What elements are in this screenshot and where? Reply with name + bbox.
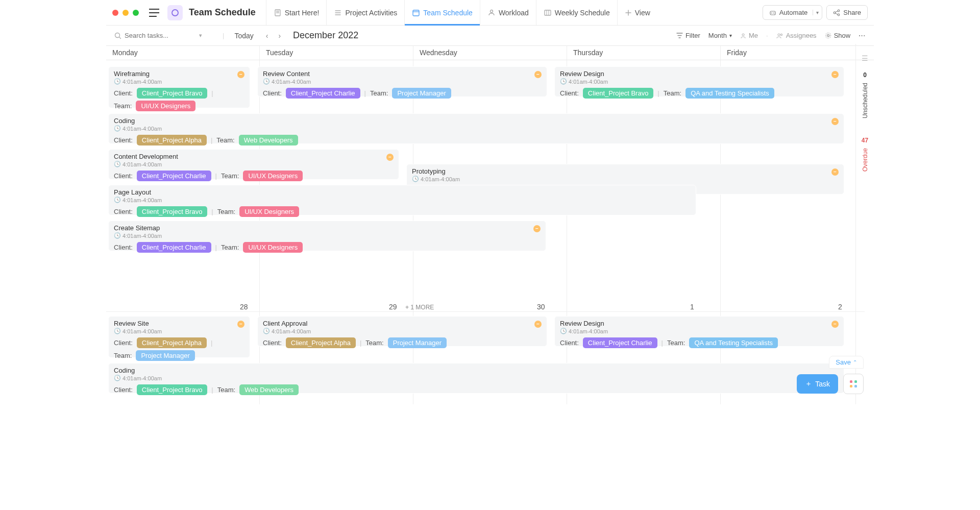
client-tag[interactable]: Client_Project Bravo [137,384,208,395]
tab-weekly-schedule[interactable]: Weekly Schedule [536,0,617,25]
window-controls [112,10,139,16]
svg-rect-5 [770,11,775,15]
client-tag[interactable]: Client_Project Bravo [137,88,208,99]
status-dot-icon: − [831,118,839,125]
event-review-design-1[interactable]: − Review Design 🕓4:01am-4:00am Client: C… [554,66,844,97]
team-tag[interactable]: QA and Testing Specialists [685,88,774,99]
svg-point-14 [780,34,782,35]
event-wireframing[interactable]: − Wireframing 🕓4:01am-4:00am Client: Cli… [108,66,250,108]
more-link[interactable]: + 1 MORE [405,304,434,311]
plus-icon [625,9,632,16]
client-tag[interactable]: Client_Project Alpha [137,337,207,348]
chevron-down-icon[interactable]: ▾ [813,10,819,15]
apps-button[interactable] [843,374,864,394]
team-tag[interactable]: UI/UX Designers [136,101,195,111]
unscheduled-label[interactable]: Unscheduled [862,83,869,118]
event-time: 🕓4:01am-4:00am [114,125,839,132]
assignees-filter[interactable]: Assignees [776,32,817,39]
client-label: Client: [114,208,133,215]
minimize-window-icon[interactable] [122,10,129,16]
save-button[interactable]: Save ⌃ [829,356,864,369]
day-header-mon: Monday [106,46,260,60]
settings-lines-icon[interactable]: ☰ [862,54,868,62]
chevron-down-icon: ▾ [729,33,732,38]
clock-icon: 🕓 [412,176,419,182]
svg-point-10 [838,14,840,16]
team-tag[interactable]: UI/UX Designers [243,171,303,181]
event-client-approval[interactable]: − Client Approval 🕓4:01am-4:00am Client:… [257,316,547,347]
tab-workload[interactable]: Workload [480,0,536,25]
tab-add-view[interactable]: View [617,0,657,25]
overdue-label[interactable]: Overdue [862,148,869,172]
filter-label: Filter [685,32,700,39]
next-arrow-icon[interactable]: › [276,32,283,40]
today-button[interactable]: Today [230,32,257,40]
maximize-window-icon[interactable] [133,10,139,16]
search-box[interactable]: ▾ [114,32,216,39]
search-input[interactable] [125,32,196,39]
workload-icon [487,9,496,17]
team-tag[interactable]: Web Developers [239,135,298,145]
team-tag[interactable]: Project Manager [388,337,447,348]
me-filter[interactable]: Me [740,32,758,39]
team-tag[interactable]: UI/UX Designers [243,242,303,253]
svg-rect-17 [850,380,852,383]
event-page-layout[interactable]: Page Layout 🕓4:01am-4:00am Client: Clien… [108,185,696,215]
event-review-design-2[interactable]: − Review Design 🕓4:01am-4:00am Client: C… [554,316,844,347]
event-sitemap[interactable]: − Create Sitemap 🕓4:01am-4:00am Client: … [108,221,546,251]
team-tag[interactable]: QA and Testing Specialists [689,337,778,348]
client-label: Client: [263,339,282,347]
client-tag[interactable]: Client_Project Charlie [137,242,211,253]
app-logo-icon[interactable] [167,5,183,20]
event-review-site[interactable]: − Review Site 🕓4:01am-4:00am Client: Cli… [108,316,250,358]
status-dot-icon: − [237,71,244,78]
tab-team-schedule[interactable]: Team Schedule [404,0,480,25]
filter-button[interactable]: Filter [676,32,700,39]
view-tabs: Start Here! Project Activities Team Sche… [266,0,657,25]
more-menu-icon[interactable]: ··· [859,32,866,39]
event-content-dev[interactable]: − Content Development 🕓4:01am-4:00am Cli… [108,149,399,180]
team-tag[interactable]: Web Developers [239,384,299,395]
show-button[interactable]: Show [825,32,851,39]
team-tag[interactable]: UI/UX Designers [239,206,299,217]
client-tag[interactable]: Client_Project Bravo [583,88,654,99]
new-task-button[interactable]: ＋ Task [797,374,838,394]
svg-point-13 [778,34,780,36]
team-tag[interactable]: Project Manager [392,88,451,99]
month-select[interactable]: Month ▾ [708,32,732,39]
automate-label: Automate [779,9,808,16]
team-tag[interactable]: Project Manager [136,350,194,361]
tab-start-here[interactable]: Start Here! [266,0,327,25]
chevron-down-icon[interactable]: ▾ [199,32,202,39]
svg-point-0 [172,10,178,16]
share-button[interactable]: Share [826,5,868,20]
team-label: Team: [217,208,235,215]
event-title: Review Design [560,320,839,327]
client-tag[interactable]: Client_Project Charlie [286,88,360,99]
status-dot-icon: − [831,71,839,78]
menu-icon[interactable] [147,7,161,19]
client-tag[interactable]: Client_Project Alpha [137,135,207,145]
team-label: Team: [217,386,235,394]
automate-button[interactable]: Automate ▾ [763,5,823,20]
date-28: 28 [240,303,248,311]
event-time: 🕓4:01am-4:00am [560,328,839,334]
event-review-content[interactable]: − Review Content 🕓4:01am-4:00am Client: … [257,66,547,97]
client-tag[interactable]: Client_Project Alpha [286,337,356,348]
clock-icon: 🕓 [263,78,270,85]
day-headers: Monday Tuesday Wednesday Thursday Friday [106,46,874,60]
tab-project-activities[interactable]: Project Activities [326,0,404,25]
close-window-icon[interactable] [112,10,118,16]
calendar-body: − Wireframing 🕓4:01am-4:00am Client: Cli… [106,60,874,404]
event-coding-1[interactable]: − Coding 🕓4:01am-4:00am Client: Client_P… [108,113,844,144]
prev-arrow-icon[interactable]: ‹ [264,32,271,40]
event-coding-2[interactable]: Coding 🕓4:01am-4:00am Client: Client_Pro… [108,363,844,394]
client-tag[interactable]: Client_Project Charlie [137,171,211,181]
event-title: Page Layout [114,188,691,196]
right-rail: ☰ 0 Unscheduled 47 Overdue [855,44,874,404]
client-tag[interactable]: Client_Project Charlie [583,337,657,348]
event-title: Review Site [114,320,244,327]
date-1: 1 [690,303,694,311]
client-tag[interactable]: Client_Project Bravo [137,206,208,217]
svg-rect-19 [850,385,852,387]
